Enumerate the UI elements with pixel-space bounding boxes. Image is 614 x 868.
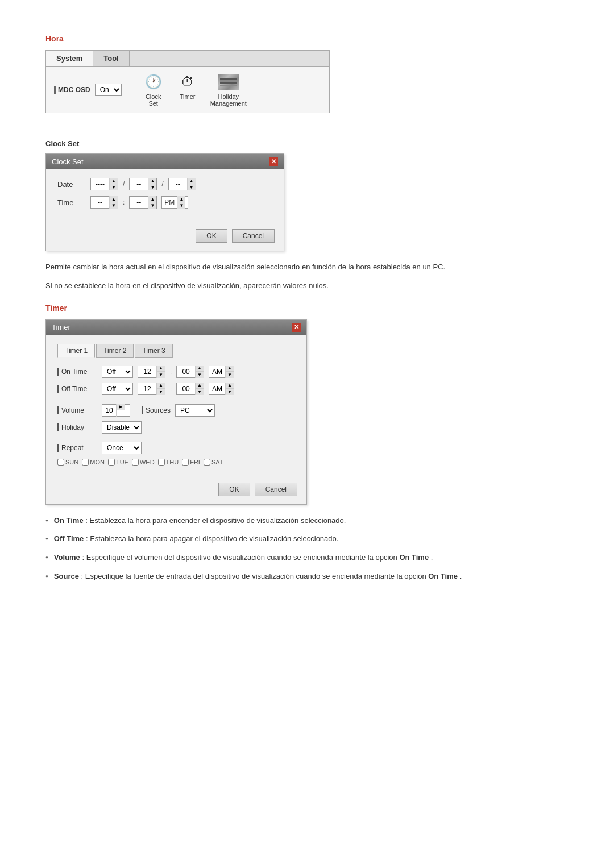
holiday-img — [218, 74, 239, 90]
tab-system[interactable]: System — [46, 51, 93, 66]
day-tue-checkbox[interactable] — [108, 459, 115, 466]
on-min-val[interactable] — [177, 368, 195, 376]
off-hour-val[interactable] — [138, 385, 156, 393]
date-down2[interactable]: ▼ — [148, 184, 156, 190]
off-time-body: : Establezca la hora para apagar el disp… — [86, 534, 338, 543]
off-min-down[interactable]: ▼ — [196, 389, 204, 395]
off-hour-spinbox[interactable]: ▲ ▼ — [138, 383, 165, 395]
holiday-row: Holiday Disable Enable — [57, 421, 295, 434]
time-up2[interactable]: ▲ — [148, 196, 156, 202]
on-ampm-down[interactable]: ▼ — [226, 372, 234, 378]
time-up1[interactable]: ▲ — [110, 196, 118, 202]
on-ampm-spinbox[interactable]: ▲ ▼ — [209, 366, 234, 378]
date-up2[interactable]: ▲ — [148, 178, 156, 184]
time-spinbox1[interactable]: ▲ ▼ — [90, 196, 118, 209]
pm-spinbox[interactable]: PM ▲ ▼ — [161, 196, 188, 209]
volume-up[interactable]: ▶ — [117, 404, 125, 410]
date-val3[interactable] — [169, 180, 187, 188]
timer-icon-item[interactable]: ⏱ Timer — [176, 72, 199, 107]
day-mon-checkbox[interactable] — [82, 459, 89, 466]
source-body: : Especifique la fuente de entrada del d… — [81, 572, 429, 580]
timer-tab2[interactable]: Timer 2 — [96, 344, 134, 358]
pm-down[interactable]: ▼ — [177, 202, 185, 209]
on-time-select[interactable]: Off On — [102, 366, 133, 378]
clock-close-button[interactable]: ✕ — [269, 157, 278, 166]
timer-tab3[interactable]: Timer 3 — [135, 344, 172, 358]
repeat-label: Repeat — [57, 444, 97, 452]
off-hour-up[interactable]: ▲ — [157, 383, 165, 389]
date-val2[interactable] — [130, 180, 148, 188]
off-ampm-down[interactable]: ▼ — [226, 389, 234, 395]
pm-up[interactable]: ▲ — [177, 196, 185, 202]
timer-tab1[interactable]: Timer 1 — [57, 344, 95, 358]
volume-spinbox[interactable]: ▶ — [102, 404, 130, 417]
time-down1[interactable]: ▼ — [110, 202, 118, 209]
time-down2[interactable]: ▼ — [148, 202, 156, 209]
date-down3[interactable]: ▼ — [188, 184, 196, 190]
time-spinbox2[interactable]: ▲ ▼ — [129, 196, 157, 209]
time-val2[interactable] — [130, 198, 148, 206]
volume-val[interactable] — [102, 406, 116, 414]
off-ampm-up[interactable]: ▲ — [226, 383, 234, 389]
day-wed[interactable]: WED — [132, 459, 155, 466]
sources-select[interactable]: PC HDMI DVI — [175, 404, 215, 417]
on-min-up[interactable]: ▲ — [196, 366, 204, 372]
off-ampm-spinbox[interactable]: ▲ ▼ — [209, 383, 234, 395]
off-ampm-val[interactable] — [209, 385, 225, 393]
day-sun-checkbox[interactable] — [57, 459, 64, 466]
day-wed-checkbox[interactable] — [132, 459, 139, 466]
repeat-select[interactable]: Once Daily Weekly — [102, 442, 142, 454]
holiday-icon-item[interactable]: HolidayManagement — [210, 72, 247, 107]
clock-para1: Permite cambiar la hora actual en el dis… — [45, 261, 569, 273]
date-up3[interactable]: ▲ — [188, 178, 196, 184]
on-hour-val[interactable] — [138, 368, 156, 376]
on-min-down[interactable]: ▼ — [196, 372, 204, 378]
day-thu[interactable]: THU — [158, 459, 179, 466]
off-min-spinbox[interactable]: ▲ ▼ — [176, 383, 204, 395]
day-fri-label: FRI — [190, 459, 200, 466]
time-colon: : — [123, 198, 125, 206]
off-time-select[interactable]: Off On — [102, 383, 133, 395]
on-hour-up[interactable]: ▲ — [157, 366, 165, 372]
mdc-osd-select[interactable]: On Off — [95, 84, 122, 96]
day-sun[interactable]: SUN — [57, 459, 78, 466]
date-spinbox2[interactable]: ▲ ▼ — [129, 178, 157, 190]
time-val1[interactable] — [91, 198, 109, 206]
day-sat-checkbox[interactable] — [204, 459, 210, 466]
hora-title: Hora — [45, 34, 569, 43]
day-fri[interactable]: FRI — [182, 459, 200, 466]
date-spinbox3[interactable]: ▲ ▼ — [168, 178, 196, 190]
day-mon[interactable]: MON — [82, 459, 105, 466]
bullet-off-time-text: Off Time : Establezca la hora para apaga… — [54, 533, 339, 545]
off-min-up[interactable]: ▲ — [196, 383, 204, 389]
volume-arrows: ▶ — [116, 404, 125, 417]
day-thu-checkbox[interactable] — [158, 459, 165, 466]
timer-ok-button[interactable]: OK — [218, 483, 250, 496]
on-hour-spinbox[interactable]: ▲ ▼ — [138, 366, 165, 378]
off-time-row: Off Time Off On ▲ ▼ : — [57, 383, 295, 395]
clock-cancel-button[interactable]: Cancel — [232, 229, 275, 243]
timer-close-button[interactable]: ✕ — [292, 323, 301, 332]
toolbar-container: System Tool MDC OSD On Off 🕐 ClockSet — [45, 50, 330, 113]
on-hour-down[interactable]: ▼ — [157, 372, 165, 378]
on-min-spinbox[interactable]: ▲ ▼ — [176, 366, 204, 378]
timer-cancel-button[interactable]: Cancel — [255, 483, 297, 496]
clock-icon-item[interactable]: 🕐 ClockSet — [142, 72, 165, 107]
day-fri-checkbox[interactable] — [182, 459, 189, 466]
off-hour-down[interactable]: ▼ — [157, 389, 165, 395]
day-tue[interactable]: TUE — [108, 459, 128, 466]
date-val1[interactable] — [91, 180, 109, 188]
date-down1[interactable]: ▼ — [110, 184, 118, 190]
off-min-val[interactable] — [177, 385, 195, 393]
tab-tool[interactable]: Tool — [93, 51, 129, 66]
volume-body: : Especifique el volumen del dispositivo… — [82, 553, 399, 562]
holiday-select[interactable]: Disable Enable — [102, 421, 142, 434]
timer-title: Timer — [45, 304, 569, 313]
date-spinbox1[interactable]: ▲ ▼ — [90, 178, 118, 190]
date-up1[interactable]: ▲ — [110, 178, 118, 184]
day-thu-label: THU — [166, 459, 179, 466]
clock-ok-button[interactable]: OK — [196, 229, 227, 243]
on-ampm-val[interactable] — [209, 368, 225, 376]
on-ampm-up[interactable]: ▲ — [226, 366, 234, 372]
day-sat[interactable]: SAT — [204, 459, 223, 466]
